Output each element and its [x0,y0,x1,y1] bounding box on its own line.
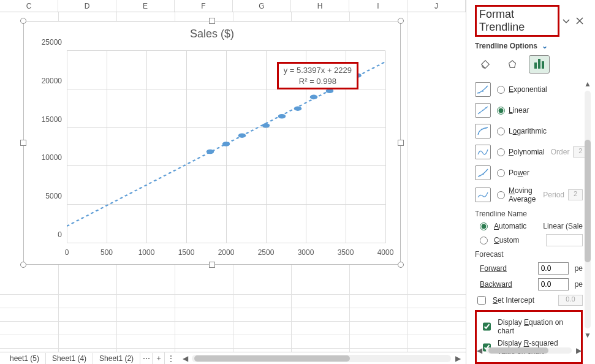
exponential-option[interactable]: Exponential [475,82,583,97]
backward-row: Backward pe [480,278,583,290]
more-sheets-button[interactable]: ⋯ [140,353,153,364]
moving-average-icon [475,188,491,202]
period-input: 2 [568,189,583,200]
polynomial-icon [475,145,491,159]
tab-separator: ⋮ [165,353,177,364]
set-intercept-row[interactable]: Set Intercept 0.0 [475,294,583,306]
svg-point-18 [482,110,483,111]
backward-input[interactable] [538,278,569,290]
automatic-name-value: Linear (Sale [543,222,583,230]
col-header-e[interactable]: E [116,0,175,12]
x-tick: 3500 [338,248,354,257]
automatic-name-option[interactable]: Automatic Linear (Sale [480,222,583,230]
y-tick: 20000 [34,77,62,85]
exponential-icon [475,82,491,97]
dropdown-icon[interactable]: ⌄ [540,42,548,50]
svg-marker-12 [509,61,516,68]
sheet-tab[interactable]: heet1 (5) [4,353,46,364]
scroll-left-icon[interactable]: ◀ [475,346,483,355]
chart-title[interactable]: Sales ($) [24,28,400,40]
polynomial-option[interactable]: Polynomial Order2 [475,145,583,159]
backward-unit: pe [575,280,583,289]
plot-area[interactable]: 0 5000 10000 15000 20000 25000 0 500 100… [67,51,385,243]
svg-point-4 [262,123,270,128]
col-header-h[interactable]: H [291,0,349,12]
r2-text: R² = 0.998 [284,76,352,87]
format-trendline-pane: Format Trendline Trendline Options ⌄ [466,0,595,364]
svg-point-17 [479,112,480,113]
column-headers: C D E F G H I J [0,0,466,12]
y-tick: 5000 [34,192,62,200]
x-tick: 3000 [298,248,314,257]
effects-tab-icon[interactable] [502,55,523,74]
scroll-up-icon[interactable]: ▲ [584,80,591,88]
trendline-label[interactable]: y = 5.3397x + 2229 R² = 0.998 [277,62,358,89]
chart-object[interactable]: Sales ($) 0 5 [23,21,401,265]
logarithmic-option[interactable]: Logarithmic [475,124,583,138]
moving-average-option[interactable]: Moving Average Period2 [475,186,583,203]
display-options-highlight: Display Equation on chart Display R-squa… [475,310,583,364]
close-pane-icon[interactable] [573,13,586,28]
linear-option[interactable]: Linear [475,103,583,118]
scroll-right-icon[interactable]: ▶ [453,354,462,363]
x-tick: 4000 [377,248,394,257]
trendline-options-tab-icon[interactable] [529,55,550,74]
custom-name-input[interactable] [546,234,583,246]
power-option[interactable]: Power [475,165,583,180]
add-sheet-button[interactable]: ＋ [153,352,165,364]
equation-text: y = 5.3397x + 2229 [284,65,352,76]
svg-point-7 [310,95,317,100]
x-tick: 0 [65,248,69,257]
linear-icon [475,103,491,118]
col-header-g[interactable]: G [233,0,291,12]
svg-point-20 [478,133,479,134]
col-header-c[interactable]: C [0,0,58,12]
svg-point-24 [483,173,484,175]
svg-point-5 [278,114,286,119]
power-icon [475,165,491,180]
scroll-down-icon[interactable]: ▼ [584,331,591,339]
svg-point-2 [222,142,230,146]
scroll-right-icon[interactable]: ▶ [574,346,583,355]
forward-row: Forward pe [480,262,583,275]
pane-horizontal-scrollbar[interactable]: ◀ ▶ [475,346,583,355]
pane-vertical-scrollbar[interactable]: ▲ ▼ [583,80,593,339]
y-tick: 25000 [34,38,62,47]
fill-line-tab-icon[interactable] [475,55,496,74]
worksheet-area: C D E F G H I J [0,0,466,364]
forecast-section: Forecast [475,250,583,259]
intercept-input: 0.0 [558,295,583,306]
col-header-f[interactable]: F [175,0,233,12]
forward-unit: pe [575,264,583,273]
sheet-tab[interactable]: Sheet1 (2) [93,353,140,364]
col-header-j[interactable]: J [407,0,466,12]
y-tick: 0 [34,230,62,239]
horizontal-scrollbar[interactable]: ◀ ▶ [177,354,466,363]
display-equation-checkbox[interactable]: Display Equation on chart [480,318,577,335]
svg-point-3 [238,133,246,138]
col-header-d[interactable]: D [58,0,116,12]
pane-subtitle[interactable]: Trendline Options ⌄ [466,39,595,51]
period-label: Period [543,191,564,199]
svg-point-15 [486,86,487,88]
order-label: Order [551,148,570,156]
x-tick: 2000 [218,248,235,257]
logarithmic-icon [475,124,491,138]
svg-point-23 [479,175,480,176]
sheet-tab[interactable]: Sheet1 (4) [46,353,93,364]
svg-point-13 [479,93,480,94]
trendline-name-section: Trendline Name [475,210,583,218]
x-tick: 1500 [178,248,195,257]
x-tick: 500 [100,248,113,257]
custom-name-option[interactable]: Custom [480,234,583,246]
y-tick: 10000 [34,153,62,162]
collapse-pane-icon[interactable] [559,13,573,28]
svg-point-25 [486,170,487,171]
forward-input[interactable] [538,262,569,275]
svg-point-14 [482,91,483,92]
svg-point-1 [207,150,214,154]
svg-point-22 [485,127,487,129]
col-header-i[interactable]: I [349,0,407,12]
scroll-left-icon[interactable]: ◀ [181,354,189,363]
pane-title: Format Trendline [475,5,559,37]
